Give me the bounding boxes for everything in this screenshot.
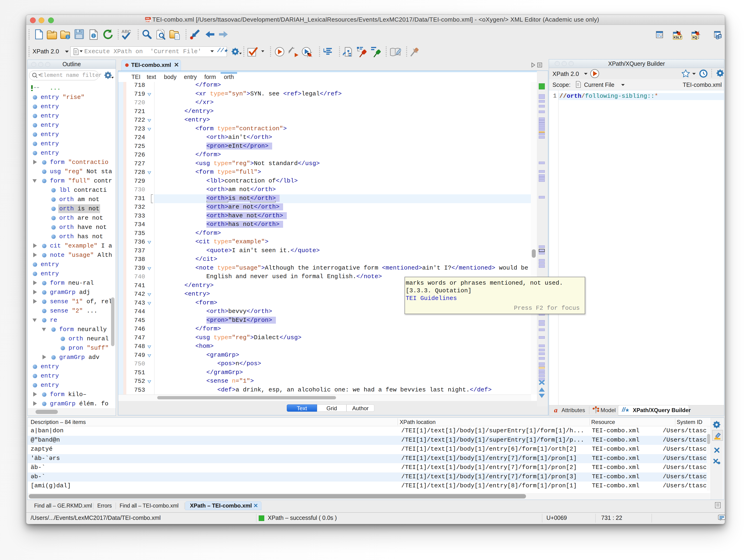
svg-text:XQ: XQ (692, 35, 697, 39)
svg-text:XML: XML (145, 17, 150, 20)
svg-text:<●>: <●> (146, 20, 151, 23)
svg-text:XSLT: XSLT (673, 35, 681, 39)
